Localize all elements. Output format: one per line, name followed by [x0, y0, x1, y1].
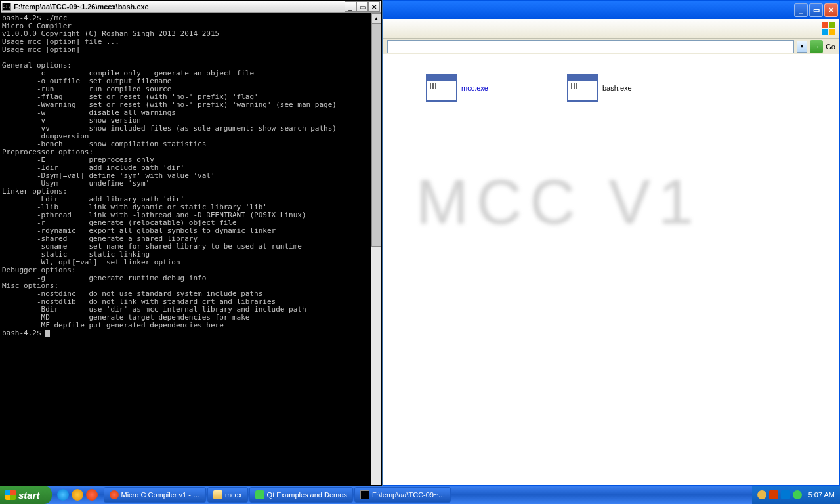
firefox-icon[interactable]: [86, 489, 98, 501]
qt-task-icon: [255, 490, 264, 499]
explorer-toolbar: [383, 19, 839, 39]
cmd-task-icon: [360, 490, 369, 499]
tray-status-icon[interactable]: [793, 490, 802, 499]
start-flag-icon: [5, 490, 16, 500]
address-input[interactable]: [387, 40, 794, 53]
scroll-thumb[interactable]: [371, 24, 381, 247]
file-label: bash.exe: [602, 84, 632, 92]
terminal-title: F:\temp\aa\TCC-09~1.26\mccx\bash.exe: [14, 3, 345, 10]
scroll-up-arrow[interactable]: ▲: [371, 13, 381, 24]
file-mcc-exe[interactable]: mcc.exe: [426, 74, 488, 102]
go-button[interactable]: →: [810, 40, 823, 53]
quick-launch: [52, 489, 103, 501]
exe-icon: [426, 74, 457, 102]
cmd-icon: C:\: [2, 3, 11, 10]
tray-shield-icon[interactable]: [757, 490, 766, 499]
explorer-close-button[interactable]: ✕: [824, 3, 838, 17]
minimize-button[interactable]: _: [345, 1, 356, 12]
start-label: start: [18, 490, 40, 501]
go-label: Go: [826, 43, 835, 51]
ie-icon[interactable]: [57, 489, 69, 501]
exe-icon: [567, 74, 598, 102]
task-label: Micro C Compiler v1 - …: [121, 491, 200, 499]
task-label: Qt Examples and Demos: [267, 491, 347, 499]
explorer-address-bar: ▾ → Go: [383, 39, 839, 54]
address-dropdown-button[interactable]: ▾: [797, 41, 807, 52]
windows-flag-icon: [822, 22, 835, 35]
terminal-body[interactable]: bash-4.2$ ./mcc Micro C Compiler v1.0.0.…: [1, 13, 381, 485]
task-explorer-folder[interactable]: mccx: [207, 487, 248, 503]
terminal-window: C:\ F:\temp\aa\TCC-09~1.26\mccx\bash.exe…: [0, 0, 382, 486]
tray-app-icon[interactable]: [769, 490, 778, 499]
task-label: F:\temp\aa\TCC-09~…: [372, 491, 446, 499]
explorer-maximize-button[interactable]: ▭: [809, 3, 823, 17]
task-firefox[interactable]: Micro C Compiler v1 - …: [104, 487, 206, 503]
firefox-task-icon: [110, 490, 119, 499]
task-qt[interactable]: Qt Examples and Demos: [249, 487, 353, 503]
taskbar-clock[interactable]: 5:07 AM: [808, 491, 835, 499]
tray-network-icon[interactable]: [781, 490, 790, 499]
explorer-minimize-button[interactable]: _: [794, 3, 808, 17]
desktop: C:\ F:\temp\aa\TCC-09~1.26\mccx\bash.exe…: [0, 0, 840, 486]
folder-task-icon: [213, 490, 222, 499]
file-bash-exe[interactable]: bash.exe: [567, 74, 632, 102]
task-cmd[interactable]: F:\temp\aa\TCC-09~…: [354, 487, 452, 503]
taskbar: start Micro C Compiler v1 - … mccx Qt Ex…: [0, 486, 840, 504]
explorer-window: _ ▭ ✕ ▾ → Go mcc.exe bash.exe MCC V1: [383, 0, 840, 486]
file-label: mcc.exe: [461, 84, 488, 92]
terminal-cursor: [45, 330, 50, 337]
terminal-titlebar[interactable]: C:\ F:\temp\aa\TCC-09~1.26\mccx\bash.exe…: [1, 1, 381, 13]
close-button[interactable]: ✕: [368, 1, 380, 12]
start-button[interactable]: start: [0, 486, 52, 504]
explorer-titlebar[interactable]: _ ▭ ✕: [383, 1, 839, 19]
task-label: mccx: [225, 491, 242, 499]
explorer-content[interactable]: mcc.exe bash.exe MCC V1: [383, 54, 839, 485]
system-tray: 5:07 AM: [752, 486, 840, 504]
terminal-scrollbar[interactable]: ▲: [371, 13, 381, 485]
watermark-text: MCC V1: [416, 166, 702, 238]
chrome-icon[interactable]: [72, 489, 83, 501]
maximize-button[interactable]: ▭: [356, 1, 368, 12]
